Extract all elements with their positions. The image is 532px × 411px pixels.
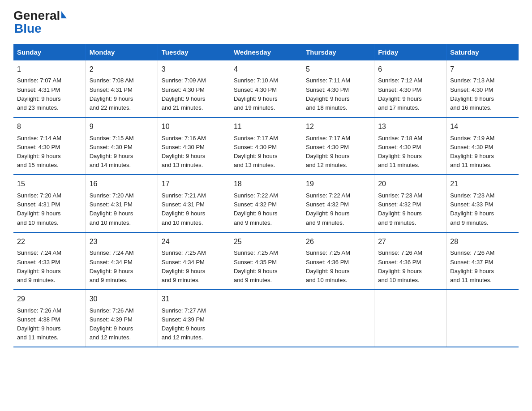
calendar-week-row: 1Sunrise: 7:07 AMSunset: 4:31 PMDaylight…	[13, 60, 519, 117]
day-number: 7	[450, 64, 515, 75]
day-info: Sunrise: 7:20 AMSunset: 4:31 PMDaylight:…	[17, 191, 82, 227]
calendar-day-cell: 2Sunrise: 7:08 AMSunset: 4:31 PMDaylight…	[86, 60, 158, 117]
day-info: Sunrise: 7:22 AMSunset: 4:32 PMDaylight:…	[306, 191, 370, 227]
calendar-day-cell: 19Sunrise: 7:22 AMSunset: 4:32 PMDayligh…	[302, 175, 374, 232]
day-info: Sunrise: 7:17 AMSunset: 4:30 PMDaylight:…	[306, 134, 370, 170]
day-info: Sunrise: 7:15 AMSunset: 4:30 PMDaylight:…	[90, 134, 154, 170]
day-info: Sunrise: 7:21 AMSunset: 4:31 PMDaylight:…	[162, 191, 226, 227]
day-number: 19	[306, 179, 370, 190]
day-number: 18	[234, 179, 298, 190]
calendar-day-cell: 26Sunrise: 7:25 AMSunset: 4:36 PMDayligh…	[302, 232, 374, 290]
logo: General Blue	[13, 9, 67, 36]
calendar-week-row: 15Sunrise: 7:20 AMSunset: 4:31 PMDayligh…	[13, 175, 519, 232]
day-info: Sunrise: 7:23 AMSunset: 4:33 PMDaylight:…	[450, 191, 515, 227]
logo-general: General	[13, 9, 67, 23]
day-number: 31	[162, 294, 226, 305]
day-info: Sunrise: 7:24 AMSunset: 4:33 PMDaylight:…	[17, 248, 82, 285]
day-number: 10	[162, 121, 226, 133]
calendar-day-cell: 11Sunrise: 7:17 AMSunset: 4:30 PMDayligh…	[230, 117, 302, 175]
calendar-day-cell: 22Sunrise: 7:24 AMSunset: 4:33 PMDayligh…	[13, 232, 86, 290]
day-number: 8	[17, 121, 82, 133]
day-number: 2	[90, 64, 154, 75]
day-number: 6	[378, 64, 442, 75]
day-number: 23	[90, 236, 154, 248]
calendar-day-cell: 30Sunrise: 7:26 AMSunset: 4:39 PMDayligh…	[86, 290, 158, 347]
calendar-day-cell: 21Sunrise: 7:23 AMSunset: 4:33 PMDayligh…	[446, 175, 519, 232]
day-number: 22	[17, 236, 82, 248]
calendar-day-cell: 15Sunrise: 7:20 AMSunset: 4:31 PMDayligh…	[13, 175, 86, 232]
day-info: Sunrise: 7:18 AMSunset: 4:30 PMDaylight:…	[378, 134, 442, 170]
header-wednesday: Wednesday	[230, 44, 302, 60]
day-info: Sunrise: 7:26 AMSunset: 4:36 PMDaylight:…	[378, 248, 442, 285]
day-number: 24	[162, 236, 226, 248]
calendar-day-cell: 4Sunrise: 7:10 AMSunset: 4:30 PMDaylight…	[230, 60, 302, 117]
calendar-day-cell: 25Sunrise: 7:25 AMSunset: 4:35 PMDayligh…	[230, 232, 302, 290]
day-number: 25	[234, 236, 298, 248]
day-number: 11	[234, 121, 298, 133]
day-info: Sunrise: 7:07 AMSunset: 4:31 PMDaylight:…	[17, 76, 82, 112]
day-number: 4	[234, 64, 298, 75]
day-number: 20	[378, 179, 442, 190]
calendar-week-row: 29Sunrise: 7:26 AMSunset: 4:38 PMDayligh…	[13, 290, 519, 347]
day-info: Sunrise: 7:24 AMSunset: 4:34 PMDaylight:…	[90, 248, 154, 285]
day-info: Sunrise: 7:23 AMSunset: 4:32 PMDaylight:…	[378, 191, 442, 227]
calendar-empty-cell	[302, 290, 374, 347]
day-info: Sunrise: 7:25 AMSunset: 4:36 PMDaylight:…	[306, 248, 370, 285]
calendar-day-cell: 12Sunrise: 7:17 AMSunset: 4:30 PMDayligh…	[302, 117, 374, 175]
calendar-header-row: SundayMondayTuesdayWednesdayThursdayFrid…	[13, 44, 519, 60]
calendar-day-cell: 31Sunrise: 7:27 AMSunset: 4:39 PMDayligh…	[158, 290, 230, 347]
calendar-day-cell: 16Sunrise: 7:20 AMSunset: 4:31 PMDayligh…	[86, 175, 158, 232]
calendar-day-cell: 29Sunrise: 7:26 AMSunset: 4:38 PMDayligh…	[13, 290, 86, 347]
day-info: Sunrise: 7:13 AMSunset: 4:30 PMDaylight:…	[450, 76, 515, 112]
day-number: 15	[17, 179, 82, 190]
day-info: Sunrise: 7:14 AMSunset: 4:30 PMDaylight:…	[17, 134, 82, 170]
calendar-day-cell: 1Sunrise: 7:07 AMSunset: 4:31 PMDaylight…	[13, 60, 86, 117]
calendar-day-cell: 5Sunrise: 7:11 AMSunset: 4:30 PMDaylight…	[302, 60, 374, 117]
logo-blue: Blue	[14, 22, 42, 36]
calendar-day-cell: 3Sunrise: 7:09 AMSunset: 4:30 PMDaylight…	[158, 60, 230, 117]
day-number: 27	[378, 236, 442, 248]
calendar-day-cell: 9Sunrise: 7:15 AMSunset: 4:30 PMDaylight…	[86, 117, 158, 175]
day-number: 26	[306, 236, 370, 248]
calendar-day-cell: 6Sunrise: 7:12 AMSunset: 4:30 PMDaylight…	[374, 60, 446, 117]
day-info: Sunrise: 7:25 AMSunset: 4:34 PMDaylight:…	[162, 248, 226, 285]
day-number: 14	[450, 121, 515, 133]
day-number: 29	[17, 294, 82, 305]
day-number: 28	[450, 236, 515, 248]
calendar-empty-cell	[446, 290, 519, 347]
calendar-day-cell: 24Sunrise: 7:25 AMSunset: 4:34 PMDayligh…	[158, 232, 230, 290]
calendar-day-cell: 14Sunrise: 7:19 AMSunset: 4:30 PMDayligh…	[446, 117, 519, 175]
day-info: Sunrise: 7:12 AMSunset: 4:30 PMDaylight:…	[378, 76, 442, 112]
calendar-day-cell: 7Sunrise: 7:13 AMSunset: 4:30 PMDaylight…	[446, 60, 519, 117]
calendar-week-row: 22Sunrise: 7:24 AMSunset: 4:33 PMDayligh…	[13, 232, 519, 290]
day-info: Sunrise: 7:26 AMSunset: 4:38 PMDaylight:…	[17, 306, 82, 342]
calendar-day-cell: 17Sunrise: 7:21 AMSunset: 4:31 PMDayligh…	[158, 175, 230, 232]
header-sunday: Sunday	[13, 44, 86, 60]
calendar-day-cell: 8Sunrise: 7:14 AMSunset: 4:30 PMDaylight…	[13, 117, 86, 175]
day-info: Sunrise: 7:26 AMSunset: 4:39 PMDaylight:…	[90, 306, 154, 342]
page-header: General Blue	[13, 9, 519, 36]
day-info: Sunrise: 7:26 AMSunset: 4:37 PMDaylight:…	[450, 248, 515, 285]
calendar-day-cell: 18Sunrise: 7:22 AMSunset: 4:32 PMDayligh…	[230, 175, 302, 232]
day-info: Sunrise: 7:27 AMSunset: 4:39 PMDaylight:…	[162, 306, 226, 342]
day-number: 17	[162, 179, 226, 190]
day-number: 21	[450, 179, 515, 190]
day-number: 1	[17, 64, 82, 75]
day-info: Sunrise: 7:10 AMSunset: 4:30 PMDaylight:…	[234, 76, 298, 112]
day-info: Sunrise: 7:08 AMSunset: 4:31 PMDaylight:…	[90, 76, 154, 112]
header-tuesday: Tuesday	[158, 44, 230, 60]
calendar-week-row: 8Sunrise: 7:14 AMSunset: 4:30 PMDaylight…	[13, 117, 519, 175]
day-info: Sunrise: 7:09 AMSunset: 4:30 PMDaylight:…	[162, 76, 226, 112]
day-number: 30	[90, 294, 154, 305]
calendar-table: SundayMondayTuesdayWednesdayThursdayFrid…	[13, 44, 519, 348]
header-monday: Monday	[86, 44, 158, 60]
day-info: Sunrise: 7:17 AMSunset: 4:30 PMDaylight:…	[234, 134, 298, 170]
logo-triangle-icon	[61, 11, 67, 18]
calendar-day-cell: 28Sunrise: 7:26 AMSunset: 4:37 PMDayligh…	[446, 232, 519, 290]
calendar-empty-cell	[230, 290, 302, 347]
day-number: 16	[90, 179, 154, 190]
day-number: 9	[90, 121, 154, 133]
day-info: Sunrise: 7:20 AMSunset: 4:31 PMDaylight:…	[90, 191, 154, 227]
day-number: 5	[306, 64, 370, 75]
header-friday: Friday	[374, 44, 446, 60]
